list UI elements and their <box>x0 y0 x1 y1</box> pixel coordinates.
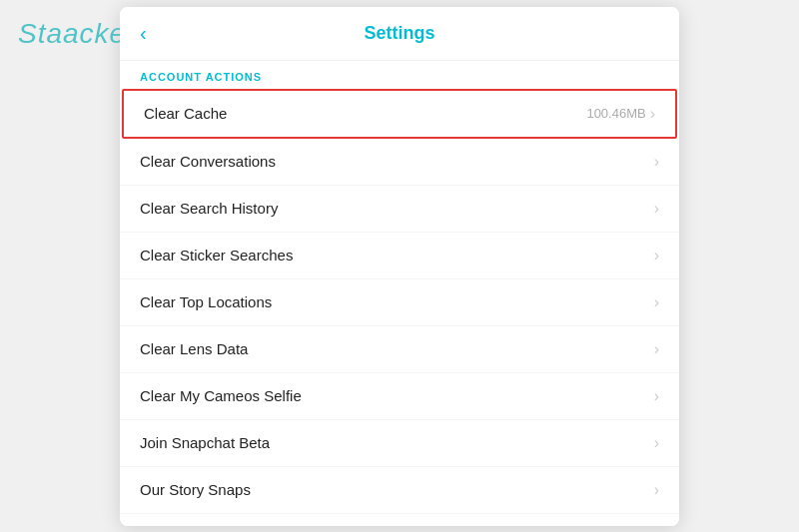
item-label-join-snapchat-beta: Join Snapchat Beta <box>140 434 270 451</box>
settings-item-join-snapchat-beta[interactable]: Join Snapchat Beta› <box>120 420 679 467</box>
item-label-clear-search-history: Clear Search History <box>140 200 278 217</box>
settings-item-clear-sticker-searches[interactable]: Clear Sticker Searches› <box>120 233 679 279</box>
watermark: Staacker <box>18 18 137 50</box>
item-label-our-story-snaps: Our Story Snaps <box>140 481 251 498</box>
item-label-clear-conversations: Clear Conversations <box>140 153 276 170</box>
page-title: Settings <box>364 23 434 44</box>
phone-frame: ‹ Settings ACCOUNT ACTIONS Clear Cache10… <box>120 7 679 526</box>
settings-item-our-story-snaps[interactable]: Our Story Snaps› <box>120 467 679 514</box>
item-label-clear-cache: Clear Cache <box>144 105 227 122</box>
item-label-clear-top-locations: Clear Top Locations <box>140 293 272 310</box>
item-label-clear-my-cameos-selfie: Clear My Cameos Selfie <box>140 387 302 404</box>
settings-item-clear-my-cameos-selfie[interactable]: Clear My Cameos Selfie› <box>120 373 679 420</box>
chevron-icon-clear-sticker-searches: › <box>654 247 659 265</box>
settings-item-clear-cache[interactable]: Clear Cache100.46MB› <box>122 89 677 139</box>
chevron-icon-clear-top-locations: › <box>654 293 659 311</box>
chevron-icon-clear-my-cameos-selfie: › <box>654 387 659 405</box>
settings-item-clear-lens-data[interactable]: Clear Lens Data› <box>120 326 679 373</box>
chevron-icon-clear-conversations: › <box>654 153 659 171</box>
settings-item-clear-top-locations[interactable]: Clear Top Locations› <box>120 279 679 326</box>
chevron-icon-clear-lens-data: › <box>654 340 659 358</box>
section-label: ACCOUNT ACTIONS <box>120 61 679 89</box>
chevron-icon-our-story-snaps: › <box>654 481 659 499</box>
chevron-icon-clear-cache: › <box>650 105 655 123</box>
settings-list: Clear Cache100.46MB›Clear Conversations›… <box>120 89 679 526</box>
item-label-clear-lens-data: Clear Lens Data <box>140 340 248 357</box>
chevron-icon-join-snapchat-beta: › <box>654 434 659 452</box>
settings-header: ‹ Settings <box>120 7 679 61</box>
item-label-clear-sticker-searches: Clear Sticker Searches <box>140 247 293 264</box>
settings-item-blocked[interactable]: Blocked› <box>120 514 679 526</box>
item-value-clear-cache: 100.46MB <box>586 106 645 121</box>
settings-item-clear-conversations[interactable]: Clear Conversations› <box>120 139 679 186</box>
back-button[interactable]: ‹ <box>140 22 147 45</box>
settings-item-clear-search-history[interactable]: Clear Search History› <box>120 186 679 233</box>
chevron-icon-clear-search-history: › <box>654 200 659 218</box>
